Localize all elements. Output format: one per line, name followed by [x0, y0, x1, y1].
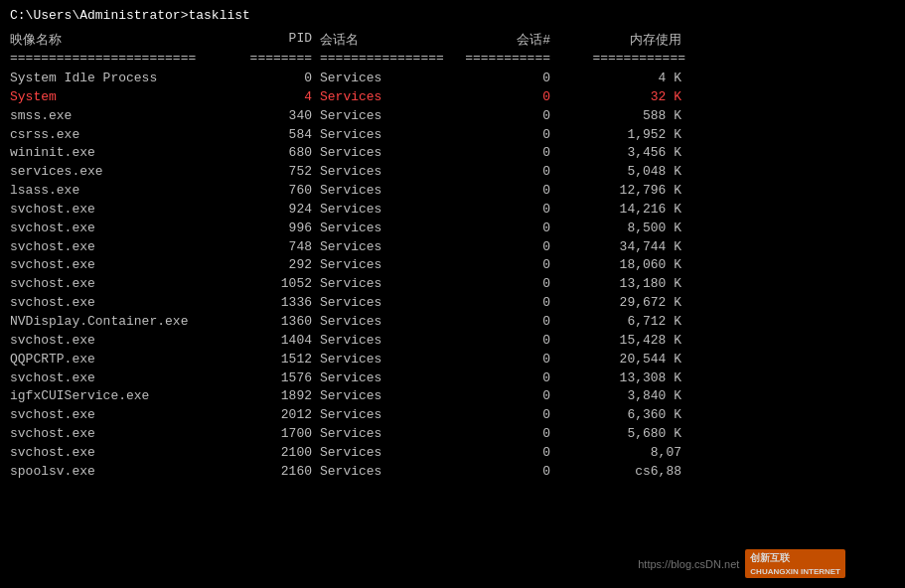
table-row: igfxCUIService.exe 1892 Services 0 3,840… [10, 387, 895, 406]
table-row: svchost.exe 2100 Services 0 8,07 [10, 444, 895, 463]
row-session-num: 0 [457, 313, 556, 332]
row-mem: 13,308 K [556, 369, 685, 388]
row-pid: 1576 [248, 369, 318, 388]
row-session-num: 0 [457, 126, 556, 145]
row-session-num: 0 [457, 275, 556, 294]
row-session-num: 0 [457, 220, 556, 238]
row-pid: 924 [248, 201, 318, 220]
row-mem: 13,180 K [556, 275, 685, 294]
row-mem: 588 K [556, 107, 685, 126]
table-row: NVDisplay.Container.exe 1360 Services 0 … [10, 313, 895, 332]
row-name: svchost.exe [10, 406, 248, 425]
sep-pid: ======== [248, 51, 318, 66]
row-mem: 1,952 K [556, 126, 685, 145]
row-name: NVDisplay.Container.exe [10, 313, 248, 332]
row-name: svchost.exe [10, 256, 248, 275]
table-body: System Idle Process 0 Services 0 4 K Sys… [10, 70, 895, 482]
row-session-num: 0 [457, 238, 556, 257]
row-mem: 32 K [556, 88, 685, 107]
header-pid: PID [248, 31, 318, 49]
table-row: svchost.exe 1576 Services 0 13,308 K [10, 369, 895, 388]
row-session-name: Services [318, 107, 457, 126]
row-pid: 1336 [248, 294, 318, 313]
row-session-num: 0 [457, 351, 556, 369]
row-session-num: 0 [457, 463, 556, 482]
row-session-num: 0 [457, 294, 556, 313]
row-session-num: 0 [457, 163, 556, 182]
row-session-name: Services [318, 70, 457, 88]
row-mem: 6,712 K [556, 313, 685, 332]
header-name: 映像名称 [10, 31, 248, 49]
row-session-num: 0 [457, 70, 556, 88]
row-session-name: Services [318, 369, 457, 388]
row-pid: 2012 [248, 406, 318, 425]
table-row: svchost.exe 996 Services 0 8,500 K [10, 220, 895, 238]
row-session-name: Services [318, 182, 457, 201]
row-session-num: 0 [457, 88, 556, 107]
row-name: igfxCUIService.exe [10, 387, 248, 406]
row-session-name: Services [318, 313, 457, 332]
row-name: services.exe [10, 163, 248, 182]
row-pid: 752 [248, 163, 318, 182]
table-row: svchost.exe 1404 Services 0 15,428 K [10, 332, 895, 351]
table-row: svchost.exe 1336 Services 0 29,672 K [10, 294, 895, 313]
row-name: svchost.exe [10, 332, 248, 351]
row-session-name: Services [318, 387, 457, 406]
table-row: System 4 Services 0 32 K [10, 88, 895, 107]
row-pid: 0 [248, 70, 318, 88]
row-pid: 1700 [248, 425, 318, 444]
sep-mem: ============ [556, 51, 685, 66]
row-name: svchost.exe [10, 444, 248, 463]
sep-session-name: ================ [318, 51, 457, 66]
row-session-name: Services [318, 126, 457, 145]
row-mem: 4 K [556, 70, 685, 88]
row-session-num: 0 [457, 406, 556, 425]
table-row: lsass.exe 760 Services 0 12,796 K [10, 182, 895, 201]
row-name: lsass.exe [10, 182, 248, 201]
row-name: System Idle Process [10, 70, 248, 88]
row-name: csrss.exe [10, 126, 248, 145]
table-row: svchost.exe 2012 Services 0 6,360 K [10, 406, 895, 425]
table-row: svchost.exe 748 Services 0 34,744 K [10, 238, 895, 257]
row-session-name: Services [318, 163, 457, 182]
row-session-num: 0 [457, 256, 556, 275]
table-header: 映像名称 PID 会话名 会话# 内存使用 [10, 31, 895, 49]
row-name: svchost.exe [10, 275, 248, 294]
table-row: QQPCRTP.exe 1512 Services 0 20,544 K [10, 351, 895, 369]
row-session-name: Services [318, 294, 457, 313]
row-session-name: Services [318, 332, 457, 351]
row-session-name: Services [318, 144, 457, 163]
watermark-logo: 创新互联 CHUANGXIN INTERNET [745, 549, 845, 578]
row-pid: 748 [248, 238, 318, 257]
table-row: smss.exe 340 Services 0 588 K [10, 107, 895, 126]
row-session-num: 0 [457, 107, 556, 126]
row-session-num: 0 [457, 182, 556, 201]
row-session-name: Services [318, 463, 457, 482]
row-session-name: Services [318, 220, 457, 238]
row-pid: 340 [248, 107, 318, 126]
row-mem: 29,672 K [556, 294, 685, 313]
row-name: svchost.exe [10, 220, 248, 238]
row-pid: 996 [248, 220, 318, 238]
row-pid: 1052 [248, 275, 318, 294]
row-name: smss.exe [10, 107, 248, 126]
table-row: wininit.exe 680 Services 0 3,456 K [10, 144, 895, 163]
row-pid: 680 [248, 144, 318, 163]
row-mem: 8,500 K [556, 220, 685, 238]
row-mem: 20,544 K [556, 351, 685, 369]
row-mem: 6,360 K [556, 406, 685, 425]
row-name: System [10, 88, 248, 107]
table-row: csrss.exe 584 Services 0 1,952 K [10, 126, 895, 145]
table-row: spoolsv.exe 2160 Services 0 cs6,88 [10, 463, 895, 482]
row-mem: 5,680 K [556, 425, 685, 444]
header-session-num: 会话# [457, 31, 556, 49]
row-name: wininit.exe [10, 144, 248, 163]
row-pid: 1892 [248, 387, 318, 406]
row-mem: 15,428 K [556, 332, 685, 351]
row-name: svchost.exe [10, 294, 248, 313]
table-row: svchost.exe 292 Services 0 18,060 K [10, 256, 895, 275]
row-session-name: Services [318, 351, 457, 369]
row-pid: 1404 [248, 332, 318, 351]
row-name: QQPCRTP.exe [10, 351, 248, 369]
row-session-num: 0 [457, 444, 556, 463]
